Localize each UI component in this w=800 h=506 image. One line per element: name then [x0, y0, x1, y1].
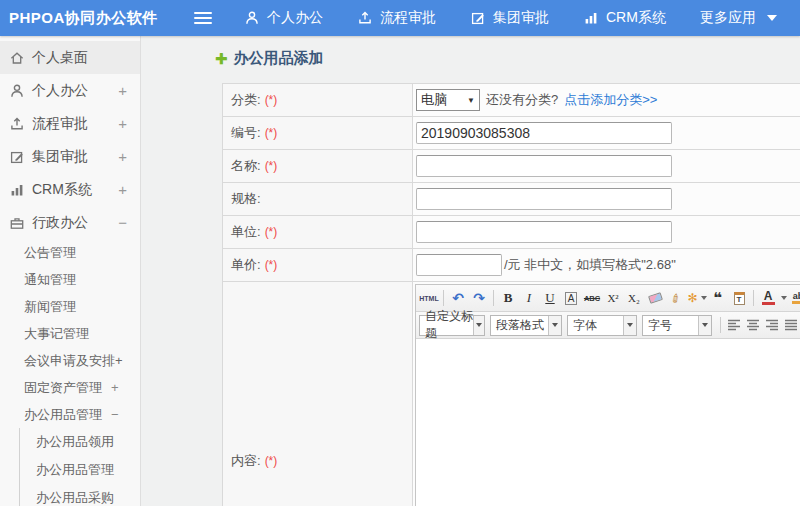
sidebar-item-group-approval[interactable]: 集团审批 +: [0, 140, 140, 173]
font-family-dropdown[interactable]: 字体: [567, 315, 637, 336]
sidebar-item-supplies-manage[interactable]: 办公用品管理: [20, 456, 140, 484]
nav-group-approval[interactable]: 集团审批: [470, 9, 549, 27]
editor-toolbar-row2: 自定义标题 段落格式 字体 字号: [416, 312, 800, 339]
sidebar-item-workflow-approval[interactable]: 流程审批 +: [0, 107, 140, 140]
required-marker: (*): [265, 159, 278, 173]
sidebar-item-news-mgmt[interactable]: 新闻管理: [0, 293, 140, 320]
editor-toolbar-row1: HTML ↶ ↷ B I U A ABC X² X₂ ✏: [416, 285, 800, 312]
letters-ab: ab: [793, 292, 800, 300]
field-label: 规格:: [223, 183, 413, 215]
topbar: PHPOA协同办公软件 个人办公 流程审批 集团审批 CRM系统 更多应用: [0, 0, 800, 36]
category-select[interactable]: 电脑 ▼: [416, 89, 480, 111]
expand-plus-icon: +: [118, 115, 127, 132]
form-row-name: 名称: (*): [223, 150, 800, 183]
workflow-icon: [9, 116, 25, 132]
person-icon: [244, 10, 260, 26]
rich-text-editor: HTML ↶ ↷ B I U A ABC X² X₂ ✏: [415, 284, 800, 506]
nav-personal-office[interactable]: 个人办公: [244, 9, 323, 27]
top-navigation: 个人办公 流程审批 集团审批 CRM系统 更多应用: [244, 9, 777, 27]
highlight-color-button[interactable]: ab: [788, 288, 800, 308]
char-border-button[interactable]: A: [561, 288, 581, 308]
bold-button[interactable]: B: [498, 288, 518, 308]
toolbar-separator: [443, 290, 444, 306]
remove-format-button[interactable]: [645, 288, 665, 308]
sidebar-item-fixed-assets-mgmt[interactable]: 固定资产管理 +: [0, 374, 140, 401]
redo-button[interactable]: ↷: [469, 288, 489, 308]
app-logo: PHPOA协同办公软件: [0, 9, 150, 28]
sidebar-label: 办公用品管理: [24, 406, 102, 424]
page-title: ✚ 办公用品添加: [215, 49, 324, 68]
color-bar-red: [762, 302, 775, 305]
form-row-unit: 单位: (*): [223, 216, 800, 249]
sidebar-label: 行政办公: [32, 214, 88, 232]
sidebar-label: 办公用品管理: [36, 461, 114, 479]
dropdown-value: 段落格式: [496, 317, 544, 334]
expand-plus-icon: +: [118, 82, 127, 99]
nav-more-apps[interactable]: 更多应用: [700, 9, 777, 27]
format-brush-button[interactable]: ✏: [666, 288, 686, 308]
sidebar-label: 通知管理: [24, 271, 76, 289]
undo-button[interactable]: ↶: [448, 288, 468, 308]
briefcase-icon: [9, 215, 25, 231]
sidebar-label: 新闻管理: [24, 298, 76, 316]
superscript-button[interactable]: X²: [603, 288, 623, 308]
strikethrough-button[interactable]: ABC: [582, 288, 602, 308]
sidebar-item-supplies-claim[interactable]: 办公用品领用: [20, 428, 140, 456]
sidebar-label: 办公用品领用: [36, 433, 114, 451]
subscript-button[interactable]: X₂: [624, 288, 644, 308]
unit-input[interactable]: [416, 221, 672, 243]
sidebar-label: 流程审批: [32, 115, 88, 133]
font-color-button[interactable]: A: [758, 288, 787, 308]
spec-input[interactable]: [416, 188, 672, 210]
sidebar-label: 公告管理: [24, 244, 76, 262]
add-category-link[interactable]: 点击添加分类>>: [564, 91, 657, 109]
sidebar-item-supplies-purchase[interactable]: 办公用品采购: [20, 484, 140, 506]
supplies-add-form: 分类: (*) 电脑 ▼ 还没有分类? 点击添加分类>> 编号: (*): [222, 83, 800, 506]
sidebar-item-personal-office[interactable]: 个人办公 +: [0, 74, 140, 107]
align-justify-icon[interactable]: [784, 319, 798, 331]
underline-button[interactable]: U: [540, 288, 560, 308]
font-size-dropdown[interactable]: 字号: [642, 315, 712, 336]
sidebar-item-personal-desktop[interactable]: 个人桌面: [0, 41, 140, 74]
form-row-price: 单价: (*) /元 非中文，如填写格式"2.68": [223, 249, 800, 282]
align-right-icon[interactable]: [765, 319, 779, 331]
person-icon: [9, 83, 25, 99]
sidebar-item-office-supplies-mgmt[interactable]: 办公用品管理 −: [0, 401, 140, 428]
plus-icon: ✚: [215, 50, 228, 68]
edit-square-icon: [470, 10, 486, 26]
sidebar-label: 大事记管理: [24, 325, 89, 343]
sidebar-label: CRM系统: [32, 181, 92, 199]
code-input[interactable]: [416, 122, 672, 144]
caret-down-icon: [623, 316, 636, 335]
nav-workflow-approval[interactable]: 流程审批: [357, 9, 436, 27]
blockquote-button[interactable]: ❝: [708, 288, 728, 308]
nav-label: CRM系统: [606, 9, 666, 27]
sidebar-item-meeting-mgmt[interactable]: 会议申请及安排+: [0, 347, 140, 374]
heading-dropdown[interactable]: 自定义标题: [419, 315, 485, 336]
align-center-icon[interactable]: [746, 319, 760, 331]
paragraph-format-dropdown[interactable]: 段落格式: [490, 315, 562, 336]
html-source-button[interactable]: HTML: [419, 288, 439, 308]
toolbar-separator: [720, 317, 721, 333]
paste-as-text-button[interactable]: T: [729, 288, 749, 308]
caret-down-icon: [781, 296, 787, 300]
bar-chart-icon: [9, 182, 25, 198]
nav-crm-system[interactable]: CRM系统: [583, 9, 666, 27]
sidebar-item-announcement-mgmt[interactable]: 公告管理: [0, 239, 140, 266]
italic-button[interactable]: I: [519, 288, 539, 308]
sidebar-item-notice-mgmt[interactable]: 通知管理: [0, 266, 140, 293]
align-left-icon[interactable]: [727, 319, 741, 331]
hamburger-icon[interactable]: [194, 9, 212, 27]
sidebar-item-crm-system[interactable]: CRM系统 +: [0, 173, 140, 206]
editor-content-area[interactable]: [416, 339, 800, 506]
sidebar-item-admin-office[interactable]: 行政办公 −: [0, 206, 140, 239]
caret-down-icon: [698, 316, 711, 335]
sidebar-item-events-mgmt[interactable]: 大事记管理: [0, 320, 140, 347]
field-label: 单价: (*): [223, 249, 413, 281]
main-content: ✚ 办公用品添加 分类: (*) 电脑 ▼ 还没有分类? 点击添加分类>> 编号…: [142, 36, 800, 506]
expand-plus-icon: +: [118, 148, 127, 165]
name-input[interactable]: [416, 155, 672, 177]
auto-typeset-button[interactable]: ✻: [687, 288, 707, 308]
eraser-icon: [648, 292, 663, 304]
price-input[interactable]: [416, 254, 502, 276]
